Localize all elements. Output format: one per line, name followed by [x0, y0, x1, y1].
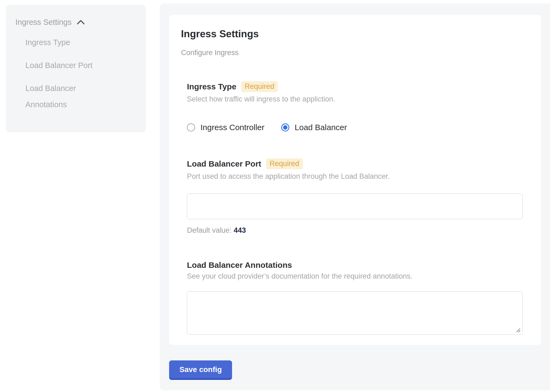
- sidebar-item-load-balancer-port[interactable]: Load Balancer Port: [25, 57, 106, 73]
- required-badge: Required: [241, 81, 278, 92]
- required-badge: Required: [266, 158, 303, 169]
- ingress-type-radio-group: Ingress Controller Load Balancer: [187, 123, 523, 131]
- main-panel: Ingress Settings Configure Ingress Ingre…: [160, 4, 550, 390]
- radio-label-ingress-controller: Ingress Controller: [200, 123, 264, 131]
- load-balancer-port-input[interactable]: [187, 194, 523, 219]
- load-balancer-port-heading: Load Balancer Port: [187, 160, 261, 168]
- ingress-type-heading: Ingress Type: [187, 83, 236, 91]
- section-load-balancer-annotations: Load Balancer Annotations See your cloud…: [187, 261, 523, 335]
- radio-load-balancer[interactable]: [281, 123, 289, 131]
- radio-ingress-controller[interactable]: [187, 123, 195, 131]
- sidebar-item-load-balancer-annotations[interactable]: Load Balancer Annotations: [25, 80, 106, 113]
- page-subtitle: Configure Ingress: [181, 49, 529, 56]
- section-load-balancer-port: Load Balancer Port Required Port used to…: [187, 158, 523, 234]
- section-ingress-type: Ingress Type Required Select how traffic…: [187, 81, 523, 131]
- sidebar-group-ingress-settings[interactable]: Ingress Settings: [15, 18, 135, 26]
- load-balancer-annotations-description: See your cloud provider’s documentation …: [187, 273, 523, 280]
- radio-option-load-balancer[interactable]: Load Balancer: [281, 123, 347, 131]
- default-value-label: Default value:: [187, 226, 232, 234]
- sidebar: Ingress Settings Ingress Type Load Balan…: [6, 5, 146, 132]
- save-config-button[interactable]: Save config: [169, 360, 232, 380]
- load-balancer-port-description: Port used to access the application thro…: [187, 173, 523, 180]
- default-value: 443: [234, 226, 246, 234]
- page-title: Ingress Settings: [181, 29, 529, 39]
- sidebar-item-ingress-type[interactable]: Ingress Type: [25, 34, 106, 50]
- load-balancer-annotations-textarea[interactable]: [187, 291, 523, 335]
- sidebar-list: Ingress Type Load Balancer Port Load Bal…: [15, 34, 135, 113]
- sidebar-group-label: Ingress Settings: [15, 18, 72, 26]
- radio-option-ingress-controller[interactable]: Ingress Controller: [187, 123, 264, 131]
- ingress-type-description: Select how traffic will ingress to the a…: [187, 96, 523, 103]
- load-balancer-annotations-heading: Load Balancer Annotations: [187, 261, 292, 269]
- radio-label-load-balancer: Load Balancer: [295, 123, 347, 131]
- settings-card: Ingress Settings Configure Ingress Ingre…: [169, 15, 541, 345]
- default-value-note: Default value:443: [187, 227, 523, 234]
- resize-handle-icon[interactable]: [515, 327, 521, 333]
- chevron-up-icon: [76, 19, 85, 25]
